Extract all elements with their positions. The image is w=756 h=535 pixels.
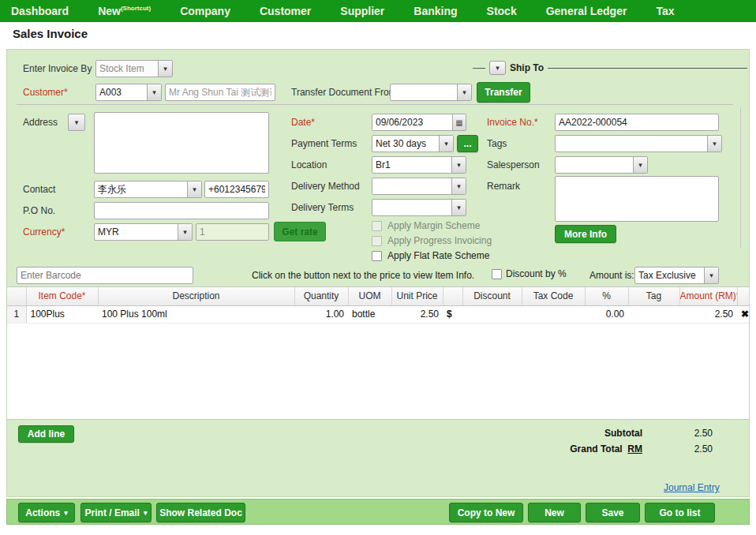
ship-to-divider-right <box>548 68 747 69</box>
journal-entry-link[interactable]: Journal Entry <box>664 482 720 493</box>
ship-to-collapse-toggle[interactable]: ▾ <box>489 61 506 75</box>
transfer-document-from-select[interactable]: ▾ <box>390 84 472 101</box>
go-to-list-button[interactable]: Go to list <box>645 503 715 522</box>
location-label: Location <box>291 159 327 170</box>
col-unit-price[interactable]: Unit Price <box>391 287 443 305</box>
chevron-down-icon: ▾ <box>439 136 453 152</box>
new-button[interactable]: New <box>528 503 581 522</box>
date-field[interactable]: 09/06/2023 ▦ <box>372 114 466 131</box>
add-line-button[interactable]: Add line <box>18 425 74 443</box>
apply-margin-scheme-checkbox <box>372 221 382 231</box>
delivery-terms-select[interactable]: ▾ <box>372 199 466 216</box>
delete-row-icon[interactable]: ✖ <box>737 305 749 323</box>
remark-textarea[interactable] <box>555 176 719 222</box>
chevron-down-icon: ▾ <box>451 157 466 173</box>
nav-item-customer[interactable]: Customer <box>260 5 311 17</box>
po-no-field[interactable] <box>94 202 269 219</box>
row-number: 1 <box>7 305 26 323</box>
col-discount[interactable]: Discount <box>462 287 522 305</box>
cell-unit-price[interactable]: 2.50 <box>391 305 443 323</box>
actions-button[interactable]: Actions▾ <box>18 503 75 522</box>
nav-item-stock[interactable]: Stock <box>487 5 517 17</box>
col-price-info <box>443 287 462 305</box>
payment-terms-more-button[interactable]: ... <box>457 135 478 152</box>
nav-item-tax[interactable]: Tax <box>656 5 674 17</box>
nav-item-company[interactable]: Company <box>180 5 230 17</box>
print-email-button[interactable]: Print / Email▾ <box>80 503 152 522</box>
delivery-method-label: Delivery Method <box>291 181 360 192</box>
col-tag[interactable]: Tag <box>628 287 679 305</box>
cell-discount[interactable] <box>462 305 522 323</box>
nav-item-banking[interactable]: Banking <box>414 5 457 17</box>
delivery-method-select[interactable]: ▾ <box>372 178 466 195</box>
apply-flat-rate-scheme-checkbox[interactable] <box>372 251 382 261</box>
ship-to-section-header: ▾ Ship To <box>473 60 747 76</box>
col-tax-code[interactable]: Tax Code <box>522 287 585 305</box>
col-delete <box>737 287 749 305</box>
transfer-button[interactable]: Transfer <box>477 82 530 103</box>
subtotal-value: 2.50 <box>634 428 713 439</box>
salesperson-select[interactable]: ▾ <box>555 156 648 174</box>
chevron-down-icon: ▾ <box>457 84 471 100</box>
location-select[interactable]: Br1 ▾ <box>372 156 466 174</box>
apply-progress-invoicing-label: Apply Progress Invoicing <box>387 235 492 246</box>
address-select-button[interactable]: ▾ <box>68 114 85 131</box>
col-quantity[interactable]: Quantity <box>294 287 348 305</box>
contact-phone-field[interactable] <box>204 181 269 198</box>
nav-item-new[interactable]: New(Shortcut) <box>98 5 151 17</box>
ship-to-label: Ship To <box>510 62 544 73</box>
cell-amount[interactable]: 2.50 <box>679 305 737 323</box>
chevron-down-icon: ▾ <box>707 136 721 152</box>
apply-progress-invoicing-checkbox <box>372 236 382 246</box>
show-related-doc-button[interactable]: Show Related Doc <box>156 503 245 522</box>
cell-item-code[interactable]: 100Plus <box>26 305 98 323</box>
nav-item-general-ledger[interactable]: General Ledger <box>546 5 627 17</box>
chevron-down-icon: ▾ <box>451 178 466 194</box>
invoice-no-field[interactable] <box>555 114 719 131</box>
cell-tag[interactable] <box>628 305 679 323</box>
cell-description[interactable]: 100 Plus 100ml <box>98 305 294 323</box>
cell-percent[interactable]: 0.00 <box>585 305 628 323</box>
customer-code-select[interactable]: A003 ▾ <box>95 84 162 101</box>
col-percent[interactable]: % <box>585 287 628 305</box>
item-info-hint: Click on the button next to the price to… <box>252 270 474 281</box>
enter-invoice-by-select[interactable]: Stock Item ▾ <box>95 60 173 77</box>
table-row[interactable]: 1 100Plus 100 Plus 100ml 1.00 bottle 2.5… <box>7 305 749 323</box>
table-header-row: Item Code* Description Quantity UOM Unit… <box>7 287 749 305</box>
address-label: Address <box>23 117 58 128</box>
cell-tax-code[interactable] <box>522 305 585 323</box>
nav-item-supplier[interactable]: Supplier <box>340 5 384 17</box>
currency-rate-field <box>196 223 269 241</box>
sales-invoice-page: Dashboard New(Shortcut) Company Customer… <box>0 0 756 535</box>
calendar-icon[interactable]: ▦ <box>452 114 466 130</box>
barcode-input[interactable] <box>17 267 193 284</box>
enter-invoice-by-label: Enter Invoice By <box>23 63 92 74</box>
save-button[interactable]: Save <box>586 503 640 522</box>
chevron-down-icon: ▾ <box>158 61 172 77</box>
cell-uom[interactable]: bottle <box>348 305 391 323</box>
payment-terms-select[interactable]: Net 30 days ▾ <box>372 135 454 152</box>
col-amount[interactable]: Amount (RM)* <box>679 287 737 305</box>
tags-select[interactable]: ▾ <box>555 135 722 152</box>
col-uom[interactable]: UOM <box>348 287 391 305</box>
nav-item-dashboard[interactable]: Dashboard <box>11 5 69 17</box>
invoice-form-panel: ▾ Ship To Enter Invoice By Stock Item ▾ … <box>6 49 750 497</box>
copy-to-new-button[interactable]: Copy to New <box>449 503 523 522</box>
invoice-no-label: Invoice No.* <box>487 117 538 128</box>
apply-margin-scheme-label: Apply Margin Scheme <box>387 220 480 231</box>
discount-by-percent-checkbox[interactable] <box>492 269 502 279</box>
amount-is-select[interactable]: Tax Exclusive ▾ <box>634 267 719 284</box>
customer-label: Customer* <box>23 87 68 98</box>
price-info-icon[interactable]: $ <box>443 305 462 323</box>
currency-select[interactable]: MYR ▾ <box>94 223 193 241</box>
contact-select[interactable]: 李永乐 ▾ <box>94 181 202 198</box>
more-info-button[interactable]: More Info <box>555 225 616 243</box>
cell-quantity[interactable]: 1.00 <box>294 305 348 323</box>
ship-to-vertical-divider <box>740 107 741 248</box>
caret-down-icon: ▾ <box>64 509 68 517</box>
grand-total-label: Grand Total RM <box>500 443 642 455</box>
col-item-code[interactable]: Item Code* <box>26 287 98 305</box>
chevron-down-icon: ▾ <box>187 181 201 197</box>
col-description[interactable]: Description <box>98 287 294 305</box>
address-textarea[interactable] <box>94 112 269 174</box>
